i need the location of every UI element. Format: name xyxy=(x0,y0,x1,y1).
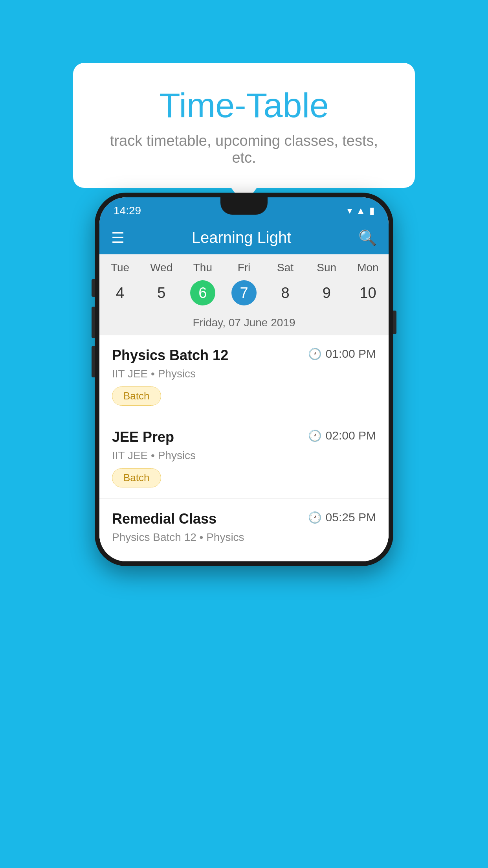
day-circle-selected: 7 xyxy=(231,280,257,305)
batch-badge-2: Batch xyxy=(112,468,161,487)
batch-badge-1: Batch xyxy=(112,386,161,406)
day-numbers: 4 5 6 7 8 9 10 xyxy=(99,277,389,313)
schedule-item-3-time-label: 05:25 PM xyxy=(326,511,376,524)
calendar-strip: Tue Wed Thu Fri Sat Sun Mon 4 5 6 7 xyxy=(99,254,389,335)
schedule-item-2-time-label: 02:00 PM xyxy=(326,429,376,442)
notch xyxy=(220,197,268,215)
schedule-item-3-header: Remedial Class 🕐 05:25 PM xyxy=(112,511,376,527)
schedule-item-2-header: JEE Prep 🕐 02:00 PM xyxy=(112,429,376,445)
schedule-item-1-header: Physics Batch 12 🕐 01:00 PM xyxy=(112,347,376,364)
schedule-item-3[interactable]: Remedial Class 🕐 05:25 PM Physics Batch … xyxy=(99,499,389,561)
day-9[interactable]: 9 xyxy=(306,280,347,305)
clock-icon-3: 🕐 xyxy=(308,511,322,524)
search-icon[interactable]: 🔍 xyxy=(358,229,377,246)
day-header-tue[interactable]: Tue xyxy=(99,261,141,274)
status-bar: 14:29 ▾ ▲ ▮ xyxy=(99,197,389,221)
app-bar: ☰ Learning Light 🔍 xyxy=(99,221,389,254)
silent-button xyxy=(92,279,95,297)
phone-screen: 14:29 ▾ ▲ ▮ ☰ Learning Light 🔍 Tue Wed T… xyxy=(99,197,389,561)
volume-up-button xyxy=(92,307,95,338)
schedule-item-1-time-label: 01:00 PM xyxy=(326,347,376,360)
schedule-item-3-title: Remedial Class xyxy=(112,511,216,527)
day-7[interactable]: 7 xyxy=(223,280,264,305)
day-header-sat[interactable]: Sat xyxy=(265,261,306,274)
hamburger-icon[interactable]: ☰ xyxy=(111,230,125,245)
signal-icon: ▲ xyxy=(356,205,365,216)
day-header-mon[interactable]: Mon xyxy=(347,261,389,274)
selected-date-label: Friday, 07 June 2019 xyxy=(99,313,389,335)
app-bar-title: Learning Light xyxy=(134,229,349,246)
schedule-list: Physics Batch 12 🕐 01:00 PM IIT JEE • Ph… xyxy=(99,335,389,561)
phone-mockup: 14:29 ▾ ▲ ▮ ☰ Learning Light 🔍 Tue Wed T… xyxy=(95,193,393,566)
clock-icon-1: 🕐 xyxy=(308,348,322,360)
schedule-item-1[interactable]: Physics Batch 12 🕐 01:00 PM IIT JEE • Ph… xyxy=(99,335,389,417)
day-header-thu[interactable]: Thu xyxy=(182,261,223,274)
day-header-wed[interactable]: Wed xyxy=(141,261,182,274)
schedule-item-1-time: 🕐 01:00 PM xyxy=(308,347,376,360)
schedule-item-3-time: 🕐 05:25 PM xyxy=(308,511,376,524)
schedule-item-1-title: Physics Batch 12 xyxy=(112,347,228,364)
schedule-item-2-title: JEE Prep xyxy=(112,429,174,445)
schedule-item-2-meta: IIT JEE • Physics xyxy=(112,449,376,462)
day-5[interactable]: 5 xyxy=(141,280,182,305)
day-6[interactable]: 6 xyxy=(182,280,223,305)
day-10[interactable]: 10 xyxy=(347,280,389,305)
top-section: Time-Table track timetable, upcoming cla… xyxy=(0,0,488,188)
status-icons: ▾ ▲ ▮ xyxy=(347,205,374,216)
day-header-sun[interactable]: Sun xyxy=(306,261,347,274)
tooltip-card: Time-Table track timetable, upcoming cla… xyxy=(73,63,415,188)
day-4[interactable]: 4 xyxy=(99,280,141,305)
tooltip-subtitle: track timetable, upcoming classes, tests… xyxy=(101,132,387,166)
day-headers: Tue Wed Thu Fri Sat Sun Mon xyxy=(99,254,389,277)
day-8[interactable]: 8 xyxy=(265,280,306,305)
wifi-icon: ▾ xyxy=(347,205,352,216)
volume-down-button xyxy=(92,346,95,377)
tooltip-title: Time-Table xyxy=(101,86,387,125)
schedule-item-2-time: 🕐 02:00 PM xyxy=(308,429,376,442)
phone-frame: 14:29 ▾ ▲ ▮ ☰ Learning Light 🔍 Tue Wed T… xyxy=(95,193,393,566)
schedule-item-2[interactable]: JEE Prep 🕐 02:00 PM IIT JEE • Physics Ba… xyxy=(99,417,389,499)
schedule-item-3-meta: Physics Batch 12 • Physics xyxy=(112,531,376,544)
status-time: 14:29 xyxy=(114,204,141,217)
day-circle-today: 6 xyxy=(190,280,215,305)
schedule-item-1-meta: IIT JEE • Physics xyxy=(112,368,376,380)
power-button xyxy=(393,311,396,334)
day-header-fri[interactable]: Fri xyxy=(223,261,264,274)
battery-icon: ▮ xyxy=(369,205,374,216)
clock-icon-2: 🕐 xyxy=(308,429,322,442)
